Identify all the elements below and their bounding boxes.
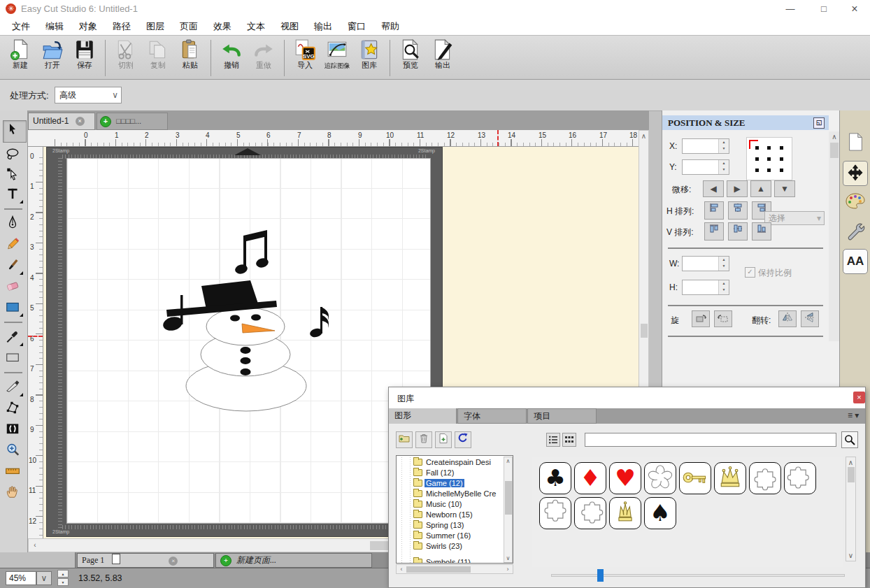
panel-scrollbar[interactable]: ∧ bbox=[829, 131, 840, 341]
shape-king-crown[interactable] bbox=[609, 497, 641, 529]
tab-fonts[interactable]: 字体 bbox=[457, 408, 527, 424]
slider-thumb[interactable] bbox=[597, 569, 604, 582]
h-input[interactable]: ▲▼ bbox=[682, 280, 729, 295]
rotate-cw-button[interactable] bbox=[714, 310, 732, 327]
folder-item[interactable]: Music (10) bbox=[413, 499, 504, 510]
menu-edit[interactable]: 编辑 bbox=[38, 20, 71, 33]
lasso-tool[interactable] bbox=[5, 147, 23, 165]
page-close-icon[interactable]: × bbox=[169, 557, 178, 566]
folder-tree[interactable]: Createinspain Desi Fall (12) Game (12) M… bbox=[396, 455, 513, 564]
search-button[interactable] bbox=[841, 431, 858, 448]
ruler-tool[interactable] bbox=[5, 463, 23, 481]
flip-v-button[interactable] bbox=[801, 310, 819, 327]
pages-panel-button[interactable] bbox=[843, 131, 868, 157]
search-input[interactable] bbox=[585, 433, 836, 447]
pen-tool[interactable] bbox=[5, 215, 23, 234]
list-view-button[interactable] bbox=[546, 433, 560, 447]
folder-item[interactable]: MichelleMyBelle Cre bbox=[413, 489, 504, 499]
align-bottom-button[interactable] bbox=[752, 222, 771, 241]
folder-item[interactable]: Summer (16) bbox=[413, 531, 504, 541]
dialog-title-bar[interactable]: 图库 × bbox=[389, 387, 865, 408]
tab-new-page[interactable]: + 新建页面... bbox=[215, 553, 372, 568]
rotate-ccw-button[interactable] bbox=[692, 310, 710, 327]
shape-puzzle-4[interactable] bbox=[574, 497, 606, 529]
align-vcenter-button[interactable] bbox=[728, 222, 748, 241]
tab-close-icon[interactable]: × bbox=[76, 117, 85, 126]
folder-item[interactable]: Symbols (11) bbox=[413, 557, 504, 564]
offset-tool[interactable] bbox=[5, 421, 23, 439]
maximize-button[interactable]: □ bbox=[808, 0, 839, 18]
snowman-artwork[interactable] bbox=[67, 159, 432, 524]
zoom-input[interactable]: 45% bbox=[6, 571, 36, 585]
trace-image-button[interactable]: 追踪图像 bbox=[322, 38, 352, 69]
scroll-up-icon[interactable]: ∧ bbox=[829, 133, 840, 141]
folder-item[interactable]: Spring (13) bbox=[413, 520, 504, 531]
shape-queen-crown[interactable] bbox=[714, 462, 746, 494]
folder-item[interactable]: Swirls (23) bbox=[413, 541, 504, 552]
knife-tool[interactable] bbox=[5, 379, 23, 397]
zoom-tool[interactable] bbox=[5, 442, 23, 460]
shape-spade[interactable]: ♠ bbox=[644, 497, 676, 529]
zoom-step-up[interactable]: ▲ bbox=[57, 570, 69, 578]
menu-output[interactable]: 输出 bbox=[306, 20, 340, 33]
dock-icon[interactable]: ◱ bbox=[813, 117, 825, 129]
shape-flower[interactable] bbox=[644, 462, 676, 494]
new-button[interactable]: 新建 bbox=[5, 38, 36, 69]
shape-puzzle-3[interactable] bbox=[539, 497, 571, 529]
preview-button[interactable]: 预览 bbox=[395, 38, 426, 69]
vscroll-thumb[interactable] bbox=[641, 324, 648, 338]
align-left-button[interactable] bbox=[704, 201, 724, 220]
page[interactable] bbox=[66, 158, 431, 524]
process-mode-select[interactable]: 高级 ∨ bbox=[55, 87, 122, 103]
tree-vscrollbar[interactable]: ∧ ∨ bbox=[504, 457, 513, 563]
align-top-button[interactable] bbox=[704, 222, 724, 241]
zoom-dropdown-button[interactable]: ∨ bbox=[36, 571, 52, 585]
refresh-button[interactable] bbox=[455, 431, 471, 448]
tab-projects[interactable]: 项目 bbox=[527, 408, 597, 424]
font-panel-button[interactable]: AA bbox=[843, 249, 868, 274]
nudge-up-button[interactable]: ▲ bbox=[750, 180, 771, 197]
nudge-right-button[interactable]: ▶ bbox=[727, 180, 748, 197]
menu-window[interactable]: 窗口 bbox=[340, 20, 373, 33]
gradient-tool[interactable] bbox=[5, 350, 23, 368]
shape-puzzle-1[interactable] bbox=[749, 462, 781, 494]
library-button[interactable]: 图库 bbox=[354, 38, 385, 69]
shape-puzzle-2[interactable] bbox=[784, 462, 816, 494]
folder-item[interactable]: Fall (12) bbox=[413, 468, 504, 478]
output-button[interactable]: 输出 bbox=[427, 38, 458, 69]
import-button[interactable]: SVG 导入 bbox=[290, 38, 320, 69]
keep-ratio-checkbox[interactable]: ✓ bbox=[745, 267, 755, 278]
menu-path[interactable]: 路径 bbox=[105, 20, 138, 33]
text-tool[interactable] bbox=[5, 186, 23, 204]
eraser-tool[interactable] bbox=[5, 278, 23, 296]
dialog-close-button[interactable]: × bbox=[853, 392, 865, 403]
select-tool[interactable] bbox=[3, 120, 27, 143]
eyedropper-tool[interactable] bbox=[5, 329, 23, 347]
menu-layer[interactable]: 图层 bbox=[138, 20, 172, 33]
menu-text[interactable]: 文本 bbox=[239, 20, 273, 33]
flip-h-button[interactable] bbox=[778, 310, 797, 327]
open-button[interactable]: 打开 bbox=[37, 38, 68, 69]
shape-club[interactable]: ♣ bbox=[539, 462, 571, 494]
folder-item-selected[interactable]: Game (12) bbox=[413, 478, 504, 489]
menu-view[interactable]: 视图 bbox=[273, 20, 306, 33]
folder-item[interactable]: Newborn (15) bbox=[413, 510, 504, 520]
tab-page-1[interactable]: Page 1 × bbox=[77, 553, 214, 568]
nudge-left-button[interactable]: ◀ bbox=[703, 180, 724, 197]
shapes-vscrollbar[interactable]: ∧ ∨ bbox=[846, 457, 856, 561]
color-panel-button[interactable] bbox=[843, 192, 868, 217]
position-panel-button[interactable] bbox=[843, 161, 868, 186]
rectangle-tool[interactable] bbox=[5, 299, 23, 317]
paste-button[interactable]: 粘贴 bbox=[175, 38, 206, 69]
pencil-tool[interactable] bbox=[5, 236, 23, 254]
menu-help[interactable]: 帮助 bbox=[373, 20, 407, 33]
pan-hand-tool[interactable] bbox=[5, 484, 23, 502]
node-select-tool[interactable] bbox=[5, 166, 23, 185]
tab-shapes[interactable]: 图形 bbox=[389, 408, 457, 424]
x-input[interactable]: ▲▼ bbox=[682, 138, 729, 154]
folder-item[interactable]: Createinspain Desi bbox=[413, 457, 504, 468]
y-input[interactable]: ▲▼ bbox=[682, 159, 729, 175]
menu-file[interactable]: 文件 bbox=[4, 20, 38, 33]
shape-key[interactable] bbox=[679, 462, 711, 494]
tree-hscrollbar[interactable]: ‹ › bbox=[396, 564, 513, 574]
